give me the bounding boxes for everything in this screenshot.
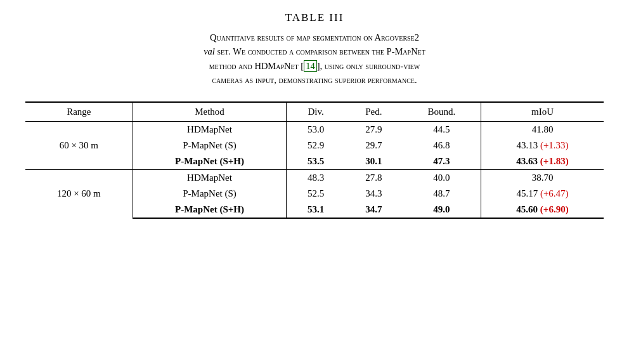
cell-div: 52.9: [287, 138, 345, 153]
caption-ref: 14: [304, 60, 317, 72]
cell-miou: 38.70: [481, 169, 604, 186]
cell-method: P-MapNet (S): [133, 186, 287, 202]
cell-method: P-MapNet (S+H): [133, 202, 287, 218]
cell-ped: 30.1: [345, 153, 403, 170]
cell-miou: 43.63 (+1.83): [481, 153, 604, 170]
miou-delta: (+6.90): [538, 204, 569, 214]
cell-bound: 46.8: [403, 138, 481, 153]
cell-method: P-MapNet (S): [133, 138, 287, 153]
miou-delta: (+1.33): [538, 140, 568, 150]
cell-div: 53.0: [287, 121, 345, 138]
cell-bound: 49.0: [403, 202, 481, 218]
cell-div: 48.3: [287, 169, 345, 186]
header-bound: Bound.: [403, 102, 481, 122]
cell-method: HDMapNet: [133, 121, 287, 138]
cell-miou: 43.13 (+1.33): [481, 138, 604, 153]
header-method: Method: [133, 102, 287, 122]
results-table: Range Method Div. Ped. Bound. mIoU 60 × …: [25, 101, 604, 219]
header-ped: Ped.: [345, 102, 403, 122]
caption-line4: cameras as input, demonstrating superior…: [212, 75, 417, 85]
cell-div: 52.5: [287, 186, 345, 202]
cell-miou: 45.17 (+6.47): [481, 186, 604, 202]
cell-ped: 27.8: [345, 169, 403, 186]
cell-div: 53.5: [287, 153, 345, 170]
table-header-row: Range Method Div. Ped. Bound. mIoU: [25, 102, 604, 122]
header-range: Range: [25, 102, 133, 122]
table-row: 60 × 30 mHDMapNet53.027.944.541.80: [25, 121, 604, 138]
cell-miou: 45.60 (+6.90): [481, 202, 604, 218]
table-title: TABLE III: [285, 11, 344, 24]
caption-line3: method and HDMapNet [: [209, 61, 304, 71]
cell-bound: 44.5: [403, 121, 481, 138]
table-row: 120 × 60 mHDMapNet48.327.840.038.70: [25, 169, 604, 186]
cell-method: HDMapNet: [133, 169, 287, 186]
cell-bound: 40.0: [403, 169, 481, 186]
cell-miou: 41.80: [481, 121, 604, 138]
cell-ped: 27.9: [345, 121, 403, 138]
caption-italic-val: val: [204, 46, 215, 56]
cell-div: 53.1: [287, 202, 345, 218]
header-div: Div.: [287, 102, 345, 122]
miou-delta: (+1.83): [538, 156, 569, 166]
cell-ped: 29.7: [345, 138, 403, 153]
miou-delta: (+6.47): [538, 188, 568, 198]
cell-ped: 34.3: [345, 186, 403, 202]
cell-bound: 47.3: [403, 153, 481, 170]
caption: Quantitaive results of map segmentation …: [204, 30, 425, 88]
caption-line2: set. We conducted a comparison between t…: [217, 46, 425, 56]
cell-ped: 34.7: [345, 202, 403, 218]
caption-line1: Quantitaive results of map segmentation …: [210, 32, 419, 42]
header-miou: mIoU: [481, 102, 604, 122]
caption-line3b: ], using only surround-view: [317, 61, 420, 71]
cell-method: P-MapNet (S+H): [133, 153, 287, 170]
cell-bound: 48.7: [403, 186, 481, 202]
cell-range: 120 × 60 m: [25, 169, 133, 218]
cell-range: 60 × 30 m: [25, 121, 133, 169]
